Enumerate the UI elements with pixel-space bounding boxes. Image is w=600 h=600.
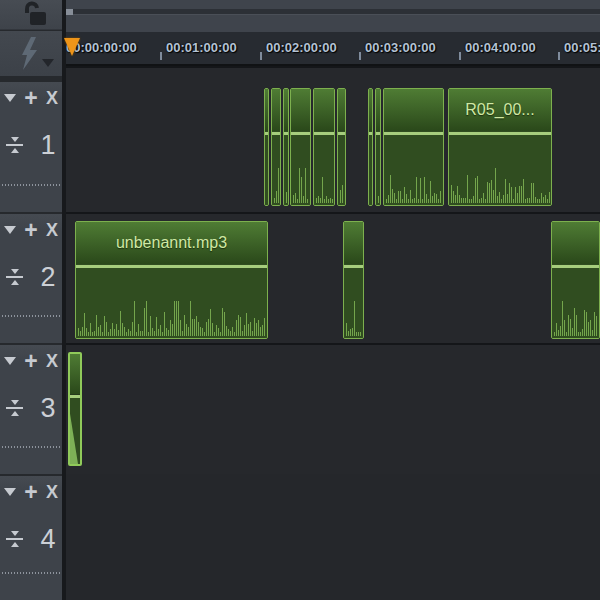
expand-arrow-icon: [11, 411, 19, 416]
timeline-clip[interactable]: [271, 88, 281, 206]
waveform-bar: [543, 197, 544, 203]
timeline-clip[interactable]: R05_00...: [448, 88, 552, 206]
timeline-clip[interactable]: [551, 221, 600, 339]
waveform-bar: [418, 199, 419, 203]
track-add-button[interactable]: +: [24, 87, 37, 109]
waveform-bar: [180, 320, 181, 336]
clip-title-bar: [314, 89, 334, 131]
track-delete-button[interactable]: X: [46, 351, 58, 372]
chevron-down-icon[interactable]: [4, 357, 16, 365]
chevron-down-icon[interactable]: [4, 226, 16, 234]
track-resize-handle[interactable]: [2, 184, 60, 186]
timeline-clip[interactable]: [337, 88, 346, 206]
waveform-bar: [406, 194, 407, 203]
waveform-bar: [572, 328, 573, 336]
chevron-down-icon[interactable]: [4, 94, 16, 102]
track-height-toggle[interactable]: [6, 267, 23, 287]
waveform: [274, 167, 279, 203]
timeline-area: 00:00:00:0000:01:00:0000:02:00:0000:03:0…: [64, 0, 600, 600]
waveform: [293, 167, 309, 203]
waveform-bar: [457, 186, 458, 203]
waveform-bar: [116, 324, 117, 336]
timeline-clip[interactable]: [264, 88, 269, 206]
timeline-clip[interactable]: unbenannt.mp3: [75, 221, 268, 339]
track-resize-handle[interactable]: [2, 315, 60, 317]
timeline-clip[interactable]: [313, 88, 335, 206]
waveform-bar: [196, 316, 197, 336]
waveform-bar: [176, 301, 177, 336]
waveform-bar: [136, 332, 137, 336]
track-title-row: 2: [6, 259, 58, 295]
waveform-bar: [244, 325, 245, 336]
waveform-bar: [408, 199, 409, 203]
lock-button[interactable]: [0, 0, 62, 30]
playhead-marker[interactable]: [64, 38, 80, 56]
clip-body: [376, 135, 380, 205]
waveform-bar: [428, 199, 429, 203]
waveform-bar: [297, 199, 298, 203]
track-lane-2[interactable]: unbenannt.mp3: [64, 212, 600, 343]
timeline-clip[interactable]: [375, 88, 381, 206]
waveform-bar: [525, 199, 526, 203]
track-add-button[interactable]: +: [24, 481, 37, 503]
waveform-bar: [422, 199, 423, 203]
waveform-bar: [320, 198, 321, 203]
waveform-bar: [168, 330, 169, 336]
waveform-bar: [596, 316, 597, 336]
waveform-bar: [493, 190, 494, 203]
timeline-clip[interactable]: [290, 88, 311, 206]
ruler-timecode: 00:02:00:00: [266, 40, 337, 55]
clip-title-bar: [344, 222, 363, 264]
track-lane-1[interactable]: R05_00...: [64, 66, 600, 212]
waveform-bar: [132, 322, 133, 336]
horizontal-scrollbar[interactable]: [64, 9, 600, 15]
lightning-icon: [0, 31, 62, 76]
waveform-bar: [432, 196, 433, 203]
timeline-clip[interactable]: [343, 221, 364, 339]
track-resize-handle[interactable]: [2, 572, 60, 574]
track-resize-handle[interactable]: [2, 446, 60, 448]
waveform-bar: [240, 317, 241, 336]
chevron-down-icon[interactable]: [4, 488, 16, 496]
clip-label: unbenannt.mp3: [116, 234, 227, 252]
timeline-clip[interactable]: [368, 88, 373, 206]
waveform-bar: [471, 199, 472, 203]
automation-button[interactable]: [0, 31, 62, 76]
waveform-bar: [465, 198, 466, 203]
divider-bar: [6, 144, 23, 146]
track-title-row: 4: [6, 521, 58, 557]
track-delete-button[interactable]: X: [46, 88, 58, 109]
waveform-bar: [214, 332, 215, 336]
waveform-bar: [218, 328, 219, 336]
waveform-bar: [424, 177, 425, 203]
track-height-toggle[interactable]: [6, 398, 23, 418]
waveform-bar: [556, 323, 557, 336]
waveform-bar: [128, 329, 129, 336]
track-delete-button[interactable]: X: [46, 220, 58, 241]
timeline-clip[interactable]: [383, 88, 444, 206]
waveform-bar: [491, 180, 492, 203]
timeline-clip[interactable]: [283, 88, 289, 206]
track-add-button[interactable]: +: [24, 350, 37, 372]
waveform-bar: [188, 327, 189, 336]
waveform-bar: [455, 195, 456, 203]
scrollbar-thumb[interactable]: [65, 9, 73, 15]
waveform: [451, 167, 550, 203]
waveform-bar: [182, 331, 183, 336]
track-delete-button[interactable]: X: [46, 482, 58, 503]
timeline-topbar: [64, 0, 600, 32]
waveform-bar: [138, 324, 139, 336]
track-height-toggle[interactable]: [6, 529, 23, 549]
waveform-bar: [98, 327, 99, 336]
timeline-clip[interactable]: [68, 352, 82, 466]
waveform-bar: [293, 195, 294, 203]
track-height-toggle[interactable]: [6, 135, 23, 155]
time-ruler[interactable]: 00:00:00:0000:01:00:0000:02:00:0000:03:0…: [64, 32, 600, 66]
waveform-bar: [451, 185, 452, 203]
waveform-bar: [252, 331, 253, 336]
track-add-button[interactable]: +: [24, 219, 37, 241]
waveform-bar: [206, 322, 207, 336]
waveform-bar: [162, 332, 163, 336]
waveform-bar: [172, 324, 173, 336]
track-lane-3[interactable]: [64, 343, 600, 474]
